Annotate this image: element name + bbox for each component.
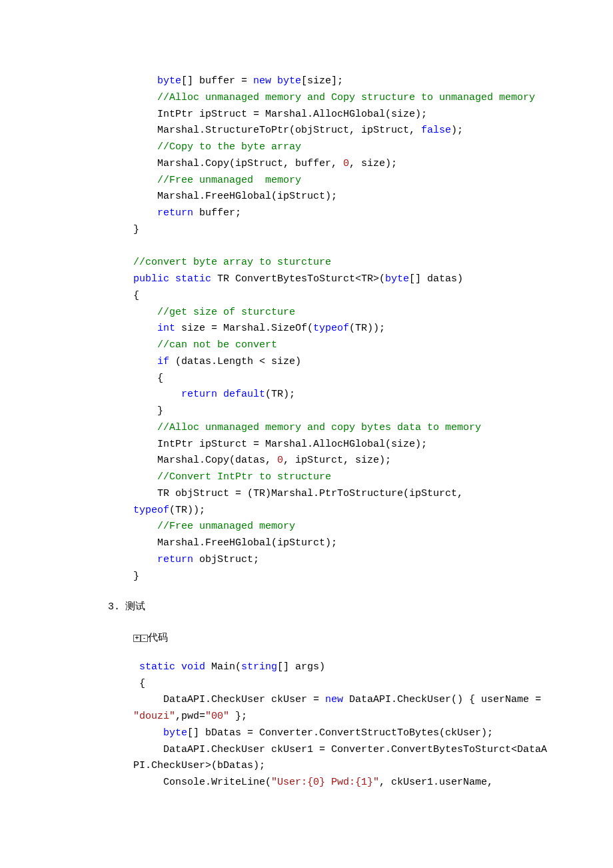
expand-icon[interactable]: + [133,635,141,642]
code-line: if (datas.Length < size) [133,356,301,367]
code-line: //Alloc unmanaged memory and Copy struct… [133,92,535,103]
code-line: return default(TR); [133,389,295,400]
code-line: public static TR ConvertBytesToSturct<TR… [133,273,463,285]
code-line: byte[] buffer = new byte[size]; [133,75,343,87]
code-line: } [133,405,163,417]
code-line: DataAPI.CheckUser ckUser1 = Converter.Co… [133,744,547,772]
code-line: Marshal.FreeHGlobal(ipStruct); [133,191,337,202]
code-line: //convert byte array to sturcture [133,257,331,268]
code-line: Console.WriteLine("User:{0} Pwd:{1}", ck… [133,777,499,788]
code-line: typeof(TR)); [133,505,205,516]
code-line: //Alloc unmanaged memory and copy bytes … [133,422,481,433]
code-line: IntPtr ipStruct = Marshal.AllocHGlobal(s… [133,109,427,120]
code-line: int size = Marshal.SizeOf(typeof(TR)); [133,323,385,334]
code-line: IntPtr ipSturct = Marshal.AllocHGlobal(s… [133,439,427,450]
collapse-icon[interactable]: - [141,635,148,642]
code-line: DataAPI.CheckUser ckUser = new DataAPI.C… [133,694,547,722]
code-line: return buffer; [133,207,241,219]
page: byte[] buffer = new byte[size]; //Alloc … [0,0,613,868]
code-line: //Free unmanaged memory [133,175,301,186]
code-line: //can not be convert [133,339,277,351]
code-line: TR objStruct = (TR)Marshal.PtrToStructur… [133,488,469,499]
code-line: { [133,678,145,689]
code-line: Marshal.Copy(datas, 0, ipSturct, size); [133,455,391,466]
list-number: 3. [108,599,125,616]
code-line: } [133,224,139,235]
code-line: //Free unmanaged memory [133,521,295,532]
code-block-1: byte[] buffer = new byte[size]; //Alloc … [60,73,553,585]
section-title: 测试 [125,601,145,613]
code-line: static void Main(string[] args) [133,661,325,673]
code-line: Marshal.FreeHGlobal(ipSturct); [133,537,337,549]
code-line: } [133,571,139,582]
code-line: //Copy to the byte array [133,141,301,153]
code-line: byte[] bDatas = Converter.ConvertStructT… [133,727,493,739]
code-line: { [133,373,163,384]
section-heading-3: 3.测试 [60,599,553,616]
collapse-label: 代码 [148,633,168,644]
code-line: //Convert IntPtr to structure [133,471,331,483]
code-block-2: static void Main(string[] args) { DataAP… [60,659,553,791]
code-line: return objStruct; [133,554,259,565]
code-collapse-header: +-代码 [60,631,553,647]
code-line: Marshal.StructureToPtr(objStruct, ipStru… [133,125,463,136]
code-line: { [133,290,139,301]
code-line: Marshal.Copy(ipStruct, buffer, 0, size); [133,158,397,169]
code-line: //get size of sturcture [133,307,295,318]
